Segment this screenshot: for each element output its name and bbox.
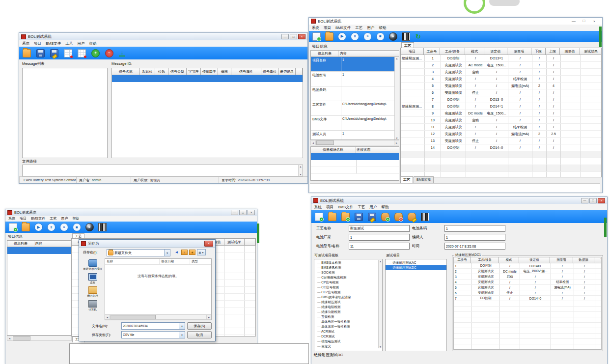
field-input[interactable]: 1 bbox=[444, 225, 505, 232]
step-row[interactable] bbox=[454, 344, 601, 350]
disc-icon[interactable] bbox=[85, 223, 94, 231]
open-project-icon[interactable] bbox=[22, 223, 30, 231]
menu-item[interactable]: 项目 bbox=[326, 205, 333, 210]
step-row[interactable]: 7 DO控制 / DO14=0 / / / / bbox=[454, 296, 601, 301]
dialog-title-bar[interactable]: 另存为 bbox=[79, 240, 215, 248]
process-row[interactable]: 6 安规测试仪 停止 / / / / bbox=[401, 89, 601, 96]
menu-item[interactable]: BMS文件 bbox=[46, 41, 61, 46]
table-export-icon[interactable] bbox=[64, 49, 72, 57]
menu-item[interactable]: 帮助 bbox=[379, 26, 386, 30]
menu-item[interactable]: BMS文件 bbox=[338, 205, 353, 210]
info-row[interactable]: 电池条码 bbox=[311, 86, 399, 101]
process-row[interactable]: 14 DO控制 / DO14=0 / / / bbox=[401, 144, 601, 151]
selected-signal-row[interactable] bbox=[112, 75, 303, 82]
template-item[interactable]: Can唤醒电流检测 bbox=[314, 275, 382, 280]
col-header[interactable]: 修改日期 bbox=[160, 259, 190, 264]
menu-item[interactable]: 系统 bbox=[8, 216, 15, 221]
step-row[interactable]: 3 安规测试仪 启动 / / / / / bbox=[454, 274, 601, 280]
new-folder-icon[interactable] bbox=[189, 250, 195, 255]
menu-item[interactable]: 工艺 bbox=[50, 216, 56, 221]
save-in-combobox[interactable]: 新建文件夹 bbox=[107, 249, 170, 256]
add-folder-icon[interactable] bbox=[341, 213, 350, 221]
step-row[interactable] bbox=[454, 339, 601, 344]
barcode-icon[interactable] bbox=[402, 32, 410, 41]
process-row[interactable]: 11 安规测试仪 / / 结果检测 / / bbox=[401, 124, 601, 131]
views-icon[interactable] bbox=[197, 249, 206, 255]
place-computer[interactable]: 计算机 bbox=[82, 300, 104, 311]
title-bar[interactable]: EOL测试系统 bbox=[5, 209, 257, 216]
process-row[interactable]: 13 安规测试仪 停止 / / / / bbox=[401, 138, 601, 144]
info-row[interactable]: BMS文件 C:\Users\dchangjiang\Desktop\ bbox=[311, 116, 399, 131]
info-selected-row[interactable] bbox=[7, 247, 71, 254]
template-item[interactable]: SOC检测 bbox=[314, 270, 382, 275]
step-row[interactable]: 2 安规测试仪 DC mode 电压_1500V:漏... / / / / bbox=[454, 269, 601, 274]
barcode-icon[interactable] bbox=[421, 213, 429, 221]
field-input[interactable]: 1 bbox=[349, 234, 410, 241]
menu-item[interactable]: 系统 bbox=[312, 26, 319, 30]
save-icon[interactable] bbox=[36, 49, 45, 57]
template-item[interactable]: 单体温度一致性检测 bbox=[314, 324, 382, 329]
back-icon[interactable] bbox=[173, 249, 180, 255]
step-row[interactable] bbox=[454, 328, 601, 334]
horizontal-scrollbar[interactable]: ◄ ► bbox=[105, 314, 211, 320]
title-bar[interactable]: EOL测试系统 bbox=[19, 33, 307, 41]
info-row[interactable]: 工艺文件 C:\Users\dchangjiang\Desktop\ bbox=[311, 101, 399, 116]
start-icon[interactable]: ▶ bbox=[338, 32, 346, 41]
info-row[interactable]: 电池型号 1 bbox=[311, 72, 399, 86]
menu-item[interactable]: 系统 bbox=[314, 205, 322, 210]
scroll-right-icon[interactable]: ► bbox=[206, 315, 211, 319]
save-button[interactable]: 保存(S) bbox=[187, 322, 212, 330]
pause-icon[interactable]: ‖ bbox=[47, 223, 55, 231]
process-row[interactable]: 绝缘耐压测... 1 DO控制 / DO13=1 / / / bbox=[401, 55, 601, 62]
scrollbar[interactable] bbox=[298, 165, 303, 176]
title-bar[interactable]: EOL测试系统 bbox=[309, 18, 602, 25]
process-row[interactable]: 3 安规测试仪 启动 / / / / bbox=[401, 69, 601, 76]
new-project-icon[interactable] bbox=[9, 223, 17, 231]
maximize-button[interactable] bbox=[239, 210, 247, 215]
log-text-area[interactable] bbox=[69, 343, 309, 364]
download-icon[interactable]: ↓ bbox=[119, 50, 125, 56]
title-bar[interactable]: EOL测试系统 bbox=[311, 197, 607, 204]
file-path-box[interactable] bbox=[22, 165, 303, 176]
col-header[interactable]: 类型 bbox=[190, 259, 211, 264]
file-type-combobox[interactable]: CSV file bbox=[121, 331, 185, 338]
file-name-combobox[interactable]: 20200730145934 bbox=[121, 322, 185, 330]
step-row[interactable] bbox=[454, 312, 601, 317]
template-item[interactable]: 自定义 bbox=[314, 344, 382, 349]
menu-item[interactable]: 用户 bbox=[367, 26, 374, 30]
process-row[interactable]: 4 安规测试仪 / / 结果检测 / / bbox=[401, 76, 601, 83]
menu-item[interactable]: BMS文件 bbox=[31, 216, 45, 221]
menu-item[interactable]: 系统 bbox=[22, 41, 29, 46]
minimize-button[interactable] bbox=[281, 34, 289, 39]
scroll-left-icon[interactable]: ◄ bbox=[105, 315, 110, 319]
step-row[interactable] bbox=[454, 301, 601, 307]
field-input[interactable]: 耐压测试 bbox=[349, 225, 410, 232]
place-desktop[interactable]: 桌面 bbox=[82, 273, 104, 284]
barcode-icon[interactable] bbox=[98, 223, 107, 231]
place-documents[interactable]: 我的文档 bbox=[82, 286, 104, 298]
db-add-icon[interactable] bbox=[381, 213, 389, 221]
pause-icon[interactable]: ‖ bbox=[351, 32, 359, 41]
step-icon[interactable]: » bbox=[60, 223, 68, 231]
scroll-left-icon[interactable]: ◄ bbox=[311, 140, 316, 145]
scroll-thumb[interactable] bbox=[316, 140, 334, 145]
horizontal-scrollbar[interactable]: ◄ bbox=[7, 336, 72, 341]
db-delete-icon[interactable] bbox=[394, 213, 403, 221]
field-input[interactable]: 1 bbox=[444, 234, 505, 241]
menu-item[interactable]: 项目 bbox=[324, 26, 331, 30]
process-row[interactable] bbox=[401, 158, 601, 165]
dropdown-arrow-icon[interactable] bbox=[179, 332, 185, 338]
menu-item[interactable]: 项目 bbox=[34, 41, 41, 46]
col-header[interactable]: 名称 bbox=[105, 259, 160, 264]
process-row[interactable]: 5 安规测试仪 / / 漏电流(mA) 2 4 bbox=[401, 83, 601, 89]
template-item[interactable]: CC2信号检测 bbox=[314, 290, 382, 295]
maximize-button[interactable] bbox=[290, 34, 297, 39]
step-row[interactable]: 4 安规测试仪 / / 结果检测 / / / bbox=[454, 280, 601, 285]
template-item[interactable]: ACR测试 bbox=[314, 329, 382, 334]
open-project-icon[interactable] bbox=[325, 32, 333, 41]
scrollbar[interactable] bbox=[378, 260, 382, 348]
template-item[interactable]: DCR测试 bbox=[314, 334, 382, 339]
save-icon[interactable] bbox=[355, 213, 363, 221]
menu-item[interactable]: 用户 bbox=[369, 205, 377, 210]
module-row[interactable] bbox=[311, 167, 399, 174]
